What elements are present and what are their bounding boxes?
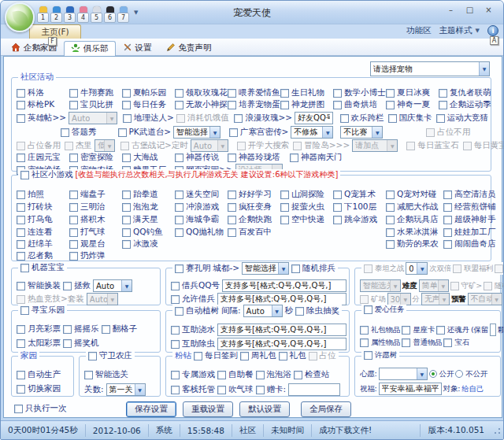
dropdown[interactable]: 不修炼▼ — [291, 126, 333, 139]
checkbox-item[interactable]: 搭积木 — [69, 214, 120, 225]
minimize-button-icon[interactable]: – — [443, 4, 459, 16]
checkbox-item[interactable]: 空中快递 — [280, 214, 331, 225]
checkbox-item[interactable]: 社区小游戏 — [20, 169, 73, 180]
default-settings-button[interactable]: 默认设置 — [239, 401, 290, 417]
checkbox-item[interactable]: 联盟福利 — [453, 264, 493, 274]
checkbox-item[interactable]: 浪漫玫瑰>> — [234, 113, 292, 124]
info-icon[interactable]: i — [487, 25, 498, 36]
checkbox-item[interactable]: 忍者鹅 — [17, 250, 67, 261]
checkbox-item[interactable]: 端盘子 — [69, 189, 120, 200]
checkbox-item[interactable]: 每日黄宝石 — [463, 140, 504, 151]
checkbox-item[interactable]: 答题秀 — [61, 127, 97, 138]
checkbox-item[interactable]: 自助餐 — [217, 369, 254, 380]
checkbox-item[interactable]: 每日蓝宝石 — [406, 140, 459, 151]
checkbox-item[interactable]: 摇奖机 — [63, 338, 99, 349]
checkbox-item[interactable]: PK武道台> — [118, 127, 172, 138]
checkbox-item[interactable]: 百发百中 — [228, 227, 278, 238]
checkbox-item[interactable]: 疯狂变身 — [228, 202, 278, 213]
checkbox-item[interactable]: 月亮彩票 — [17, 324, 61, 335]
dropdown[interactable]: Auto▼ — [93, 279, 132, 292]
checkbox-item[interactable]: 运动大竞猜 — [436, 113, 489, 124]
checkbox-item[interactable]: 占位备用 — [17, 140, 61, 151]
text-input[interactable] — [288, 383, 340, 396]
checkbox-item[interactable]: 神器传说 — [175, 152, 225, 163]
checkbox-item[interactable]: 广寒宫密传> — [229, 127, 288, 138]
checkbox-item[interactable]: 宝贝比拼 — [69, 99, 120, 110]
checkbox-item[interactable]: 泡泡龙 — [122, 202, 172, 213]
checkbox-item[interactable]: 守矿> — [450, 281, 482, 291]
dropdown[interactable]: 智能选择▼ — [242, 262, 289, 275]
checkbox-item[interactable]: 占位 — [309, 350, 336, 361]
checkbox-item[interactable]: 守卫农庄 — [88, 350, 132, 361]
run-once-checkbox[interactable]: 只执行一次 — [14, 403, 67, 414]
dropdown[interactable]: 无声▼ — [421, 293, 450, 305]
checkbox-item[interactable]: 宝石 — [443, 338, 469, 348]
dropdown[interactable]: 第一关▼ — [106, 383, 146, 396]
checkbox-item[interactable]: 复仇者联萌 — [439, 87, 491, 98]
dropdown[interactable]: Auto▼ — [243, 305, 283, 317]
checkbox-item[interactable]: 减肥大作战 — [386, 202, 441, 213]
checkbox-item[interactable]: 培养宠物蛋 — [228, 99, 278, 110]
dropdown[interactable]: 智能选择▼ — [173, 126, 220, 139]
checkbox-item[interactable]: 消耗饥饿值 — [176, 113, 229, 124]
checkbox-item[interactable]: 智能换装 — [17, 280, 61, 291]
checkbox-item[interactable]: 跳伞游戏 — [333, 214, 384, 225]
checkbox-item[interactable]: 下100层 — [333, 202, 384, 213]
checkbox-item[interactable]: 连连看 — [17, 227, 67, 238]
checkbox-item[interactable]: 自动生产 — [17, 369, 61, 380]
checkbox-item[interactable]: 高空清洁员 — [443, 189, 496, 200]
checkbox-item[interactable]: 礼包 — [279, 350, 306, 361]
checkbox-item[interactable]: 牛翔赛跑 — [69, 87, 120, 98]
text-input[interactable] — [217, 324, 346, 336]
dropdown[interactable]: 简单▼ — [419, 279, 449, 292]
checkbox-item[interactable]: 神龙拼图 — [280, 99, 331, 110]
checkbox-item[interactable]: 泰坦之战 — [364, 264, 404, 274]
checkbox-item[interactable]: QQ钓鱼 — [122, 227, 172, 238]
save-settings-button[interactable]: 保存设置 — [126, 401, 176, 417]
checkbox-item[interactable]: 经营煎饼铺 — [443, 202, 496, 213]
checkbox-item[interactable]: 占位不用 — [426, 127, 470, 138]
checkbox-item[interactable]: 好好学习 — [228, 189, 278, 200]
checkbox-item[interactable]: 数学小博士 — [333, 87, 384, 98]
text-input[interactable] — [490, 324, 496, 336]
checkbox-item[interactable]: 赶绵羊 — [17, 238, 67, 250]
checkbox-item[interactable]: 神奇一夏 — [386, 99, 436, 110]
checkbox-item[interactable]: 太阳彩票 — [17, 338, 61, 349]
reload-settings-button[interactable]: 重载设置 — [183, 401, 233, 417]
dropdown[interactable]: 低▼ — [94, 139, 115, 152]
tab-club[interactable]: 俱乐部 — [64, 41, 116, 56]
checkbox-item[interactable]: 三明治 — [69, 202, 120, 213]
checkbox-item[interactable]: 海城争霸 — [175, 214, 225, 225]
checkbox-item[interactable]: 冒险岛>>> — [293, 140, 350, 151]
checkbox-item[interactable]: 企鹅运动季 — [439, 99, 491, 110]
checkbox-item[interactable]: 勤劳的果农 — [386, 238, 441, 250]
checkbox-item[interactable]: 互助浇水 — [171, 324, 215, 335]
checkbox-item[interactable]: 随机排兵 — [291, 263, 335, 274]
checkbox-item[interactable]: 欢乐跨栏 — [340, 113, 384, 124]
checkbox-item[interactable]: 国庆集卡 — [388, 113, 432, 124]
checkbox-item[interactable]: 吹气球 — [217, 384, 254, 395]
checkbox-item[interactable]: 每日任务 — [122, 99, 172, 110]
checkbox-item[interactable]: 夏日冰爽 — [386, 87, 436, 98]
checkbox-item[interactable]: 无敌小神探 — [175, 99, 225, 110]
checkbox-item[interactable]: 冰激凌 — [122, 238, 172, 250]
checkbox-item[interactable]: 庄园元宝 — [17, 152, 67, 163]
checkbox-item[interactable]: 开学大搜索 — [237, 140, 290, 151]
checkbox-item[interactable]: 泡泡浴 — [256, 369, 292, 380]
checkbox-item[interactable]: 摇摇乐 — [63, 324, 99, 335]
dropdown[interactable]: Auto▼ — [191, 139, 228, 152]
checkbox-item[interactable]: 水果冰淇淋 — [386, 227, 441, 238]
dropdown[interactable]: ▼ — [379, 368, 428, 380]
dropdown[interactable]: 请加点▼ — [352, 139, 398, 152]
text-input[interactable] — [295, 112, 332, 124]
checkbox-item[interactable]: 标枪PK — [17, 99, 67, 110]
checkbox-item[interactable]: Q宠对对碰 — [386, 189, 441, 200]
checkbox-item[interactable]: 打乌龟 — [17, 214, 67, 225]
checkbox-item[interactable]: 捉萤火虫 — [280, 202, 331, 213]
checkbox-item[interactable]: 智能选关 — [84, 369, 128, 380]
checkbox-item[interactable]: 科洛 — [17, 87, 67, 98]
checkbox-item[interactable]: 矿场 — [360, 294, 386, 305]
checkbox-item[interactable]: 机器宝宝 — [20, 262, 65, 273]
checkbox-item[interactable]: 互助除虫 — [171, 338, 215, 349]
dropdown[interactable]: 30▼ — [387, 293, 411, 305]
